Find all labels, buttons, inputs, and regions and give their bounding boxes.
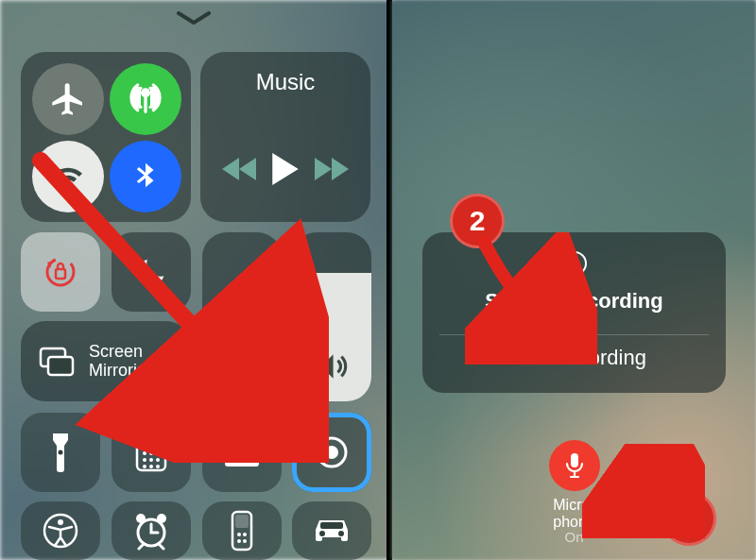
svg-point-43 [237,533,241,536]
svg-marker-2 [272,153,298,185]
svg-point-46 [243,539,247,543]
accessibility-icon [42,512,79,550]
volume-slider[interactable] [292,232,371,401]
camera-button[interactable] [202,413,282,492]
alarm-button[interactable] [112,501,191,560]
speaker-icon [314,348,350,384]
svg-rect-18 [48,357,73,375]
svg-point-31 [235,449,249,462]
svg-point-27 [156,458,160,462]
svg-point-8 [235,362,249,375]
record-icon [562,251,587,276]
svg-point-48 [338,531,344,536]
svg-point-45 [237,539,241,543]
svg-marker-0 [239,158,256,180]
svg-marker-4 [332,158,349,180]
annotation-step-2-badge: 2 [450,194,505,248]
microphone-icon [563,451,586,480]
svg-rect-7 [56,269,65,279]
svg-point-44 [243,533,247,536]
calculator-icon [135,433,167,472]
alarm-clock-icon [131,511,171,551]
bluetooth-toggle[interactable] [110,141,181,212]
svg-marker-1 [222,158,239,180]
svg-line-40 [160,545,163,549]
sun-icon [226,352,258,384]
svg-rect-49 [320,522,343,529]
sheet-divider [439,334,709,335]
svg-point-29 [149,465,153,468]
airplane-mode-toggle[interactable] [32,63,104,135]
bluetooth-icon [129,161,162,193]
svg-point-25 [143,458,146,462]
svg-line-15 [232,377,234,380]
accessibility-button[interactable] [21,501,100,560]
screen-recording-sheet: Screen Recording Start Recording [422,232,726,393]
apple-tv-remote-button[interactable] [202,501,282,560]
do-not-disturb-toggle[interactable] [112,232,191,312]
music-title: Music [200,69,370,95]
next-track-button[interactable] [308,146,353,192]
svg-point-19 [59,450,63,455]
svg-point-37 [136,514,146,523]
svg-point-5 [42,253,78,290]
svg-point-33 [325,446,338,459]
wifi-icon [49,158,87,195]
play-button[interactable] [263,146,308,192]
car-icon [310,517,353,545]
record-icon [313,433,351,471]
svg-rect-42 [235,515,249,528]
airplane-icon [49,80,87,118]
svg-point-38 [157,514,166,523]
connectivity-card[interactable] [21,52,191,222]
flashlight-button[interactable] [21,413,100,492]
moon-icon [132,253,170,291]
svg-marker-3 [315,158,332,180]
control-center-chevron-icon[interactable] [177,11,211,26]
microphone-toggle[interactable] [549,440,600,491]
svg-point-35 [58,519,63,525]
svg-point-23 [149,451,153,455]
svg-point-47 [319,531,325,536]
rotation-lock-icon [40,251,81,293]
svg-point-22 [143,451,146,455]
screen-mirroring-label: Screen Mirroring [89,343,156,381]
music-card[interactable]: Music [200,52,370,222]
svg-point-26 [149,458,153,462]
svg-line-39 [139,545,143,549]
camera-icon [222,436,262,468]
svg-rect-52 [571,453,578,467]
svg-line-13 [232,358,234,361]
microphone-label: Micro- phone On [553,497,595,546]
next-track-icon [311,155,351,183]
calculator-button[interactable] [112,413,191,492]
screen-recording-title: Screen Recording [485,289,662,314]
annotation-step-1-badge: 1 [662,491,716,546]
svg-point-28 [143,465,146,468]
svg-rect-21 [142,439,161,447]
previous-track-icon [220,155,260,183]
svg-point-24 [156,451,160,455]
svg-line-16 [250,358,253,361]
microphone-state: On [553,530,595,546]
svg-line-14 [250,377,253,380]
rotation-lock-toggle[interactable] [21,232,100,312]
brightness-slider[interactable] [202,232,282,401]
screen-mirroring-icon [38,346,76,378]
play-icon [269,151,301,187]
cellular-icon [127,80,164,118]
wifi-toggle[interactable] [32,141,104,212]
previous-track-button[interactable] [217,146,263,192]
flashlight-icon [48,432,73,473]
cellular-data-toggle[interactable] [110,63,181,135]
screen-mirroring-button[interactable]: Screen Mirroring [21,321,191,401]
start-recording-button[interactable]: Start Recording [502,346,646,370]
screen-record-button[interactable] [292,413,371,492]
driving-mode-button[interactable] [292,501,371,560]
svg-point-30 [156,465,160,468]
apple-tv-remote-icon [231,510,253,552]
